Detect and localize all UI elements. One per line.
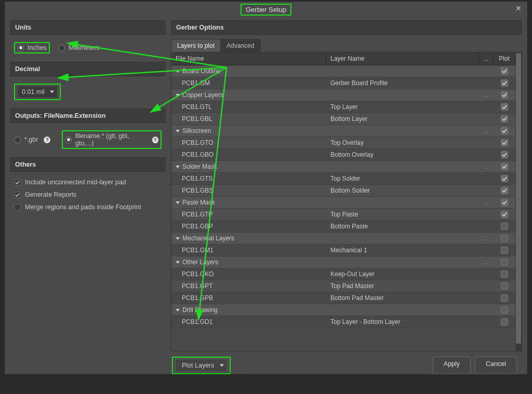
cell-plot[interactable]: [494, 316, 515, 328]
table-group-row[interactable]: Drill Drawing: [171, 304, 515, 316]
cell-file-name: Mechanical Layers: [171, 233, 326, 244]
cell-plot[interactable]: [494, 125, 515, 137]
plot-checkbox[interactable]: [501, 151, 508, 158]
chevron-down-icon: [176, 261, 180, 264]
table-group-row[interactable]: Other Layers...: [171, 256, 515, 268]
table-group-row[interactable]: Board Outline: [171, 65, 515, 77]
cell-plot[interactable]: [494, 113, 515, 125]
radio-millimeters[interactable]: Millimeters: [58, 44, 100, 51]
table-row[interactable]: PCB1.GTPTop Paste: [171, 209, 515, 221]
plot-checkbox[interactable]: [501, 115, 508, 123]
help-icon[interactable]: ?: [152, 137, 158, 143]
cell-plot[interactable]: [494, 149, 515, 160]
table-group-row[interactable]: Solder Mask...: [171, 161, 515, 173]
cell-plot[interactable]: [494, 280, 515, 292]
plot-checkbox[interactable]: [501, 127, 508, 134]
cell-options[interactable]: ...: [479, 233, 494, 244]
cell-options[interactable]: ...: [479, 161, 494, 172]
cell-plot[interactable]: [494, 77, 515, 89]
cell-plot[interactable]: [494, 209, 515, 220]
plot-checkbox[interactable]: [501, 139, 508, 146]
tab-advanced[interactable]: Advanced: [220, 39, 260, 52]
scrollbar[interactable]: [515, 52, 522, 351]
table-row[interactable]: PCB1.GTLTop Layer: [171, 101, 515, 113]
titlebar: Gerber Setup ✕: [5, 2, 527, 17]
table-row[interactable]: PCB1.GM1Mechanical 1: [171, 244, 515, 256]
plot-checkbox[interactable]: [501, 79, 508, 87]
plot-checkbox[interactable]: [501, 306, 508, 314]
cell-file-name: PCB1.GPT: [171, 280, 326, 292]
plot-checkbox[interactable]: [501, 247, 508, 254]
table-row[interactable]: PCB1.GPBBottom Pad Master: [171, 292, 515, 304]
tab-layers-to-plot[interactable]: Layers to plot: [171, 39, 221, 52]
table-row[interactable]: PCB1.GKOKeep-Out Layer: [171, 268, 515, 280]
radio-inches[interactable]: Inches: [17, 44, 47, 51]
cell-plot[interactable]: [494, 233, 515, 244]
table-row[interactable]: PCB1.GPTTop Pad Master: [171, 280, 515, 292]
table-row[interactable]: PCB1.GMGerber Board Profile: [171, 77, 515, 89]
plot-checkbox[interactable]: [501, 103, 508, 111]
decimal-dropdown[interactable]: 0.01 mil: [17, 86, 58, 98]
cell-plot[interactable]: [494, 197, 515, 208]
table-row[interactable]: PCB1.GBLBottom Layer: [171, 113, 515, 125]
cell-plot[interactable]: [494, 185, 515, 196]
cell-plot[interactable]: [494, 137, 515, 148]
cell-options[interactable]: ...: [479, 125, 494, 137]
cell-options[interactable]: ...: [479, 89, 494, 101]
cell-plot[interactable]: [494, 221, 515, 232]
radio-filename[interactable]: filename.* (gtl, gbl, gto,...) ?: [65, 132, 158, 147]
checkbox-include-pad[interactable]: Include unconnected mid-layer pad: [10, 176, 166, 188]
table-row[interactable]: PCB1.GBOBottom Overlay: [171, 149, 515, 161]
plot-checkbox[interactable]: [501, 223, 508, 230]
cell-options[interactable]: ...: [479, 256, 494, 268]
cell-plot[interactable]: [494, 268, 515, 280]
col-dots[interactable]: ...: [479, 52, 494, 65]
cancel-button[interactable]: Cancel: [475, 357, 517, 374]
table-row[interactable]: PCB1.GD1Top Layer - Bottom Layer: [171, 316, 515, 328]
plot-checkbox[interactable]: [501, 91, 508, 99]
cell-plot[interactable]: [494, 65, 515, 77]
col-file-name[interactable]: File Name: [171, 52, 326, 65]
cell-plot[interactable]: [494, 101, 515, 113]
table-row[interactable]: PCB1.GBPBottom Paste: [171, 221, 515, 233]
plot-layers-button[interactable]: Plot Layers: [175, 359, 228, 372]
cell-file-name: PCB1.GPB: [171, 292, 326, 304]
radio-label: filename.* (gtl, gbl, gto,...): [75, 132, 147, 147]
plot-checkbox[interactable]: [501, 282, 508, 290]
cell-plot[interactable]: [494, 256, 515, 268]
checkbox-merge-regions[interactable]: Merge regions and pads inside Footprint: [10, 201, 166, 213]
plot-checkbox[interactable]: [501, 67, 508, 75]
plot-checkbox[interactable]: [501, 318, 508, 325]
chevron-down-icon: [176, 70, 180, 73]
plot-checkbox[interactable]: [501, 187, 508, 194]
plot-checkbox[interactable]: [501, 259, 508, 266]
plot-checkbox[interactable]: [501, 235, 508, 242]
cell-options[interactable]: ...: [479, 197, 494, 208]
plot-checkbox[interactable]: [501, 199, 508, 206]
table-group-row[interactable]: Silkscreen...: [171, 125, 515, 137]
cell-plot[interactable]: [494, 304, 515, 316]
plot-checkbox[interactable]: [501, 294, 508, 302]
apply-button[interactable]: Apply: [433, 357, 471, 374]
cell-plot[interactable]: [494, 292, 515, 304]
table-row[interactable]: PCB1.GTOTop Overlay: [171, 137, 515, 149]
help-icon[interactable]: ?: [44, 137, 50, 143]
plot-checkbox[interactable]: [501, 211, 508, 218]
cell-plot[interactable]: [494, 89, 515, 101]
col-layer-name[interactable]: Layer Name: [326, 52, 479, 65]
plot-checkbox[interactable]: [501, 270, 508, 278]
table-row[interactable]: PCB1.GBSBottom Solder: [171, 185, 515, 197]
table-row[interactable]: PCB1.GTSTop Solder: [171, 173, 515, 185]
plot-checkbox[interactable]: [501, 163, 508, 170]
cell-plot[interactable]: [494, 161, 515, 172]
plot-checkbox[interactable]: [501, 175, 508, 182]
col-plot[interactable]: Plot: [494, 52, 515, 65]
table-group-row[interactable]: Mechanical Layers...: [171, 233, 515, 244]
radio-gbr[interactable]: *.gbr ?: [14, 136, 50, 143]
table-group-row[interactable]: Paste Mask...: [171, 197, 515, 209]
cell-plot[interactable]: [494, 173, 515, 184]
checkbox-gen-reports[interactable]: Generate Reports: [10, 188, 166, 201]
table-group-row[interactable]: Copper Layers...: [171, 89, 515, 101]
close-icon[interactable]: ✕: [514, 5, 523, 14]
cell-plot[interactable]: [494, 244, 515, 256]
